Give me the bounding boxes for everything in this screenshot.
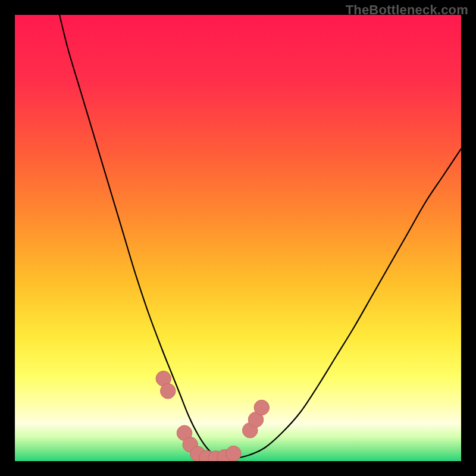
- plot-area: [15, 15, 461, 461]
- watermark-text: TheBottleneck.com: [346, 2, 468, 18]
- curve-marker: [161, 384, 176, 399]
- curve-marker: [254, 400, 270, 415]
- chart-frame: TheBottleneck.com: [0, 0, 476, 476]
- curve-marker: [226, 446, 242, 462]
- bottleneck-curve: [15, 15, 461, 461]
